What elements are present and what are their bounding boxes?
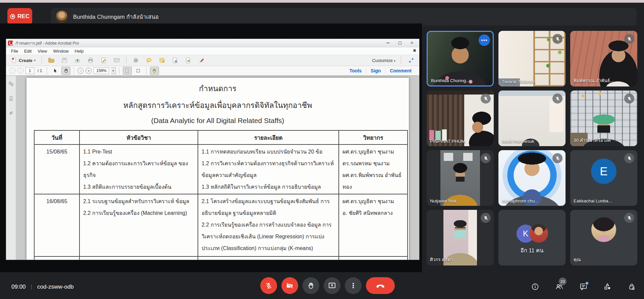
page-thumbnails-icon[interactable] xyxy=(8,81,14,86)
minimize-button[interactable] xyxy=(382,40,393,46)
raise-hand-button[interactable] xyxy=(303,277,319,294)
menu-window[interactable]: Window xyxy=(50,49,71,54)
activities-button[interactable] xyxy=(603,282,612,291)
participant-tile[interactable]: suwit maneesuk xyxy=(498,91,566,146)
toolbar-separator xyxy=(47,67,47,74)
table-row: 16/08/65 2.1 ระบบฐานข้อมูลสำหรับการวิเคร… xyxy=(34,194,408,256)
comment-tab[interactable]: Comment xyxy=(385,68,416,73)
present-screen-button[interactable] xyxy=(324,277,340,294)
navigation-pane xyxy=(6,76,16,260)
more-vertical-icon: ⋮ xyxy=(350,282,357,290)
bookmarks-icon[interactable] xyxy=(8,96,14,101)
comment-bubble-button[interactable] xyxy=(144,56,154,65)
export-button[interactable] xyxy=(183,56,193,65)
camera-toggle-button[interactable] xyxy=(281,277,298,294)
customize-button[interactable]: Customize ▾ xyxy=(372,58,395,63)
cell-speakers: ดร.วัชรี เพ็ชรวงษ์ xyxy=(339,256,408,260)
avatar xyxy=(529,224,548,243)
participant-count-badge: 23 xyxy=(559,278,567,285)
participant-tile[interactable]: Nutjaree Nok xyxy=(427,150,494,206)
restore-button[interactable] xyxy=(394,40,405,46)
rec-label: REC xyxy=(17,13,30,20)
zoom-out-button[interactable]: − xyxy=(77,68,84,74)
toolbar-separator xyxy=(119,67,119,74)
create-button[interactable]: Create ▾ xyxy=(9,56,37,65)
participants-button[interactable]: 23 xyxy=(555,282,564,291)
divider: | xyxy=(31,284,32,290)
chat-button[interactable] xyxy=(579,282,588,291)
participant-tile[interactable]: พิมพ์พรรณ อำพันธ์... xyxy=(570,31,637,86)
expand-panel-button[interactable] xyxy=(407,56,416,65)
next-page-button[interactable]: ↓ xyxy=(17,68,23,74)
participant-tile[interactable]: 30 คำรณ เครือวงค์ xyxy=(570,91,637,146)
cell-details: 1.1 การทดสอบก่อนบทเรียน แบบปรนัยจำนวน 20… xyxy=(198,144,339,194)
menu-file[interactable]: File xyxy=(8,49,21,54)
document-export-icon xyxy=(185,57,192,64)
acrobat-window: กำหนดการ.pdf - Adobe Acrobat Pro ✕ File … xyxy=(6,39,419,260)
settings-button[interactable] xyxy=(131,56,141,65)
previous-page-button[interactable]: ↑ xyxy=(9,68,15,74)
meeting-details-button[interactable] xyxy=(531,282,539,291)
page-properties-button[interactable] xyxy=(170,56,180,65)
pan-pointer-button[interactable] xyxy=(150,67,159,75)
email-button[interactable] xyxy=(112,56,122,65)
menu-help[interactable]: Help xyxy=(72,49,87,54)
participant-tile[interactable]: ronnaphrom chu... xyxy=(498,150,566,206)
acrobat-menubar: File Edit View Window Help ✖ xyxy=(6,47,419,55)
scrolling-mode-button[interactable] xyxy=(123,67,132,75)
overflow-tile[interactable]: K อีก 11 คน xyxy=(498,210,566,265)
open-file-button[interactable] xyxy=(46,56,56,65)
menu-edit[interactable]: Edit xyxy=(21,49,35,54)
sign-tab[interactable]: Sign xyxy=(366,68,385,73)
raise-hand-icon xyxy=(307,282,315,290)
hand-tool-button[interactable] xyxy=(61,67,70,75)
end-call-button[interactable] xyxy=(366,277,395,294)
sticky-note-button[interactable] xyxy=(157,56,167,65)
participant-tile[interactable]: ⋯ Bunthida Chunng... xyxy=(427,31,494,86)
print-button[interactable] xyxy=(86,56,96,65)
zoom-level-input[interactable]: 159% xyxy=(94,67,109,74)
upload-cloud-button[interactable] xyxy=(72,56,83,65)
presenter-avatar xyxy=(56,11,68,23)
close-button[interactable]: ✕ xyxy=(407,40,417,46)
participant-tile[interactable]: ศิวกร คุสิตา xyxy=(427,210,494,265)
document-viewport[interactable]: กำหนดการ หลักสูตรการวิเคราะห์ข้อมูลเพื่อ… xyxy=(16,76,419,260)
mic-toggle-button[interactable] xyxy=(260,277,277,294)
tools-tab[interactable]: Tools xyxy=(345,68,366,73)
fill-sign-button[interactable] xyxy=(196,56,206,65)
participant-tile[interactable]: E Eakkachai Lunba... xyxy=(570,150,637,206)
end-call-icon xyxy=(376,281,385,290)
more-options-button[interactable]: ⋮ xyxy=(345,277,362,294)
acrobat-titlebar[interactable]: กำหนดการ.pdf - Adobe Acrobat Pro ✕ xyxy=(6,39,419,47)
save-button[interactable] xyxy=(59,56,69,65)
participant-tile[interactable]: PINPINAT PHUM. xyxy=(427,91,494,146)
meeting-info: 09:00 | cod-zsww-odb xyxy=(11,284,74,290)
attachments-icon[interactable] xyxy=(8,111,14,116)
document-title: กำหนดการ xyxy=(26,82,409,95)
meeting-code: cod-zsww-odb xyxy=(37,284,74,290)
zoom-dropdown-button[interactable]: ▾ xyxy=(111,67,116,74)
sign-page-button[interactable] xyxy=(99,56,109,65)
recording-indicator: REC xyxy=(7,8,32,25)
participant-name: Eakkachai Lunba... xyxy=(574,198,612,203)
menu-view[interactable]: View xyxy=(35,49,50,54)
cell-date: 15/08/65 xyxy=(34,144,79,194)
mic-muted-icon xyxy=(624,213,634,223)
participant-grid: ⋯ Bunthida Chunng... Tiwarat Torjarern พ… xyxy=(427,31,637,265)
participant-tile[interactable]: Tiwarat Torjarern xyxy=(498,31,566,86)
header-topic: หัวข้อวิชา xyxy=(79,130,198,144)
page-number-input[interactable]: 1 xyxy=(25,67,34,74)
speech-bubble-icon xyxy=(146,57,152,64)
self-tile[interactable]: คุณ xyxy=(570,210,637,265)
cursor-icon xyxy=(52,68,58,73)
toolbar-separator xyxy=(74,67,74,74)
host-controls-button[interactable] xyxy=(627,282,636,291)
table-row: 15/08/65 1.1 Pre-Test 1.2 ความต้องการและ… xyxy=(34,144,408,194)
toolbar-close-icon[interactable]: ✖ xyxy=(413,48,416,53)
select-tool-button[interactable] xyxy=(50,67,59,75)
fit-page-button[interactable] xyxy=(134,67,143,75)
mic-muted-icon xyxy=(481,153,491,163)
zoom-in-button[interactable]: + xyxy=(86,68,92,74)
tile-more-options-button[interactable]: ⋯ xyxy=(479,35,490,46)
cell-details: 3.1 การเตรียมข้อมูล (Data Preparation) ก… xyxy=(198,256,339,260)
